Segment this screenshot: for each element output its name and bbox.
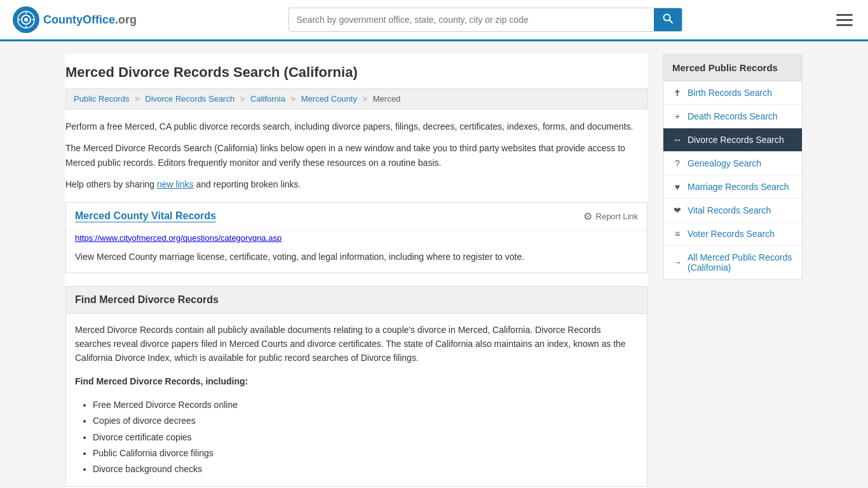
record-card-url: https://www.cityofmerced.org/questions/c… xyxy=(66,231,647,247)
sidebar-item-birth-records-search[interactable]: ✝Birth Records Search xyxy=(663,81,802,105)
all-records-label: All Merced Public Records (California) xyxy=(688,252,793,273)
sidebar-item-divorce-records-search[interactable]: ↔Divorce Records Search xyxy=(663,128,802,152)
search-wrapper xyxy=(288,8,682,32)
sidebar-title: Merced Public Records xyxy=(663,55,802,81)
record-card: Merced County Vital Records ⚙ Report Lin… xyxy=(65,202,648,273)
breadcrumb-sep2: > xyxy=(240,94,245,104)
find-section-header: Find Merced Divorce Records xyxy=(66,287,647,314)
svg-point-2 xyxy=(24,18,28,22)
sidebar-item-label: Death Records Search xyxy=(688,111,778,121)
sidebar-item-label: Voter Records Search xyxy=(688,229,775,239)
report-link-label: Report Link xyxy=(596,212,638,221)
breadcrumb-merced-county[interactable]: Merced County xyxy=(301,94,357,104)
content-area: Merced Divorce Records Search (Californi… xyxy=(65,54,648,488)
breadcrumb-public-records[interactable]: Public Records xyxy=(74,94,129,104)
logo-icon xyxy=(13,6,39,33)
find-list: Free Merced Divorce Records onlineCopies… xyxy=(75,397,638,477)
breadcrumb-california[interactable]: California xyxy=(250,94,285,104)
divorce-icon: ↔ xyxy=(672,135,682,145)
genealogy-icon: ? xyxy=(672,158,682,168)
sidebar-item-death-records-search[interactable]: +Death Records Search xyxy=(663,105,802,128)
record-card-url-link[interactable]: https://www.cityofmerced.org/questions/c… xyxy=(75,233,281,243)
intro-paragraph-1: Perform a free Merced, CA public divorce… xyxy=(65,119,648,133)
breadcrumb-sep3: > xyxy=(291,94,296,104)
vital-icon: ❤ xyxy=(672,205,682,215)
breadcrumb-divorce-records-search[interactable]: Divorce Records Search xyxy=(145,94,234,104)
find-section-body: Merced Divorce Records contain all publi… xyxy=(66,314,647,487)
report-link-button[interactable]: ⚙ Report Link xyxy=(583,210,638,222)
breadcrumb: Public Records > Divorce Records Search … xyxy=(65,88,648,109)
help-text: Help others by sharing new links and rep… xyxy=(65,177,648,191)
breadcrumb-sep1: > xyxy=(135,94,140,104)
find-section: Find Merced Divorce Records Merced Divor… xyxy=(65,286,648,487)
find-section-body-text: Merced Divorce Records contain all publi… xyxy=(75,323,638,365)
main-wrapper: Merced Divorce Records Search (Californi… xyxy=(53,41,815,488)
sidebar-item-label: Marriage Records Search xyxy=(688,182,789,192)
breadcrumb-merced: Merced xyxy=(373,94,400,104)
birth-icon: ✝ xyxy=(672,88,682,98)
record-card-title[interactable]: Merced County Vital Records xyxy=(75,210,216,222)
page-title: Merced Divorce Records Search (Californi… xyxy=(65,54,648,88)
sidebar-item-label: Birth Records Search xyxy=(688,88,772,98)
search-input[interactable] xyxy=(289,8,654,31)
site-header: CountyOffice.org xyxy=(0,0,868,41)
svg-line-8 xyxy=(669,20,672,24)
sidebar-item-marriage-records-search[interactable]: ♥Marriage Records Search xyxy=(663,175,802,199)
logo-text: CountyOffice.org xyxy=(43,13,137,27)
sidebar-item-vital-records-search[interactable]: ❤Vital Records Search xyxy=(663,199,802,222)
breadcrumb-sep4: > xyxy=(363,94,368,104)
list-item: Divorce background checks xyxy=(93,461,638,477)
marriage-icon: ♥ xyxy=(672,182,682,192)
report-icon: ⚙ xyxy=(583,210,592,222)
sidebar-all-records-link[interactable]: → All Merced Public Records (California) xyxy=(663,246,802,279)
record-card-header: Merced County Vital Records ⚙ Report Lin… xyxy=(66,203,647,231)
sidebar-item-label: Genealogy Search xyxy=(688,158,761,168)
sidebar-item-label: Divorce Records Search xyxy=(688,135,784,145)
sidebar-item-label: Vital Records Search xyxy=(688,205,771,215)
record-card-description: View Merced County marriage license, cer… xyxy=(66,247,647,273)
sidebar-items: ✝Birth Records Search+Death Records Sear… xyxy=(663,81,802,246)
find-section-list-header: Find Merced Divorce Records, including: xyxy=(75,374,638,388)
search-area xyxy=(288,8,682,32)
list-item: Divorce certificate copies xyxy=(93,430,638,445)
sidebar: Merced Public Records ✝Birth Records Sea… xyxy=(663,54,803,488)
sidebar-box: Merced Public Records ✝Birth Records Sea… xyxy=(663,54,803,280)
list-item: Public California divorce filings xyxy=(93,445,638,461)
voter-icon: ≡ xyxy=(672,229,682,239)
logo-area: CountyOffice.org xyxy=(13,6,137,33)
search-button[interactable] xyxy=(654,8,682,31)
list-item: Copies of divorce decrees xyxy=(93,413,638,429)
menu-button[interactable] xyxy=(834,11,855,29)
all-records-icon: → xyxy=(672,257,682,268)
sidebar-item-genealogy-search[interactable]: ?Genealogy Search xyxy=(663,152,802,175)
death-icon: + xyxy=(672,111,682,121)
new-links-link[interactable]: new links xyxy=(157,179,194,189)
intro-paragraph-2: The Merced Divorce Records Search (Calif… xyxy=(65,141,648,170)
list-item: Free Merced Divorce Records online xyxy=(93,397,638,413)
sidebar-item-voter-records-search[interactable]: ≡Voter Records Search xyxy=(663,222,802,246)
